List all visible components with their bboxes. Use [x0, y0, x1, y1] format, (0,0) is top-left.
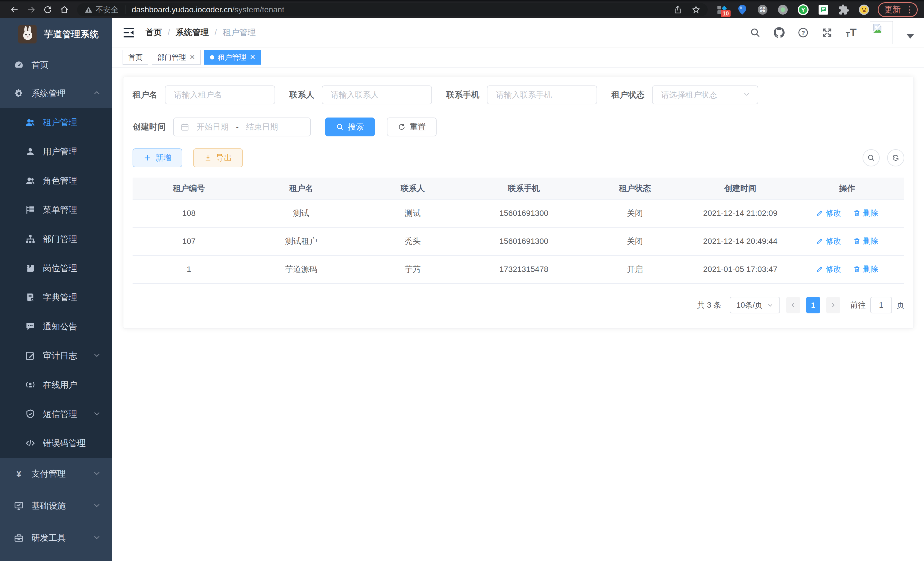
delete-link[interactable]: 删除 [853, 236, 878, 246]
help-icon[interactable]: ? [798, 27, 808, 38]
sidebar-item-error-code[interactable]: 错误码管理 [0, 429, 112, 458]
extension-dot-icon[interactable] [777, 3, 789, 16]
sidebar-item-sms-mgmt[interactable]: 短信管理 [0, 399, 112, 429]
refresh-icon [398, 123, 406, 131]
sidebar-item-payment[interactable]: ¥ 支付管理 [0, 458, 112, 490]
address-bar[interactable]: 不安全 dashboard.yudao.iocoder.cn/system/te… [77, 3, 708, 16]
col-status: 租户状态 [579, 177, 691, 199]
forward-icon[interactable] [23, 3, 39, 16]
export-button[interactable]: 导出 [193, 148, 243, 167]
page-number-1[interactable]: 1 [806, 297, 820, 313]
header-search-icon[interactable] [750, 27, 760, 38]
app-logo-row[interactable]: 芋道管理系统 [0, 18, 112, 51]
cell-tenant-name: 芋道源码 [245, 255, 357, 283]
sidebar-item-system[interactable]: 系统管理 [0, 79, 112, 108]
tag-tenant-mgmt[interactable]: 租户管理✕ [204, 50, 261, 65]
share-icon[interactable] [674, 5, 682, 14]
tag-home[interactable]: 首页 [123, 50, 148, 65]
extension-y-icon[interactable]: Y [797, 3, 809, 16]
next-page-button[interactable] [826, 297, 840, 313]
tag-dept-mgmt[interactable]: 部门管理✕ [152, 50, 201, 65]
url-text[interactable]: dashboard.yudao.iocoder.cn/system/tenant [132, 5, 284, 14]
sidebar-item-menu-mgmt[interactable]: 菜单管理 [0, 195, 112, 224]
create-time-range-picker[interactable]: 开始日期 - 结束日期 [173, 117, 311, 136]
goto-page-input[interactable] [870, 297, 892, 313]
cell-tenant-id: 108 [133, 199, 245, 227]
page-size-select[interactable]: 10条/页 [730, 297, 780, 313]
search-icon [336, 123, 344, 131]
sidebar-item-home[interactable]: 首页 [0, 51, 112, 79]
sidebar-item-infrastructure[interactable]: 基础设施 [0, 490, 112, 522]
hamburger-icon[interactable] [123, 27, 135, 38]
bookmark-star-icon[interactable] [692, 5, 700, 14]
fullscreen-icon[interactable] [822, 27, 832, 38]
table-toolbar: 新增 导出 [133, 148, 904, 167]
extension-balloon-icon[interactable] [736, 3, 748, 16]
tenant-name-input[interactable] [165, 86, 275, 104]
app-logo [18, 25, 37, 44]
extension-command-icon[interactable]: ⌘ [756, 3, 769, 16]
extensions-strip: 10 ⌘ Y [716, 3, 870, 16]
breadcrumb-home[interactable]: 首页 [146, 27, 162, 38]
avatar-caret-icon[interactable] [906, 34, 914, 39]
prev-page-button[interactable] [786, 297, 800, 313]
sidebar-item-notice[interactable]: 通知公告 [0, 312, 112, 341]
yen-icon: ¥ [13, 468, 25, 480]
edit-link[interactable]: 修改 [816, 236, 841, 246]
close-icon[interactable]: ✕ [189, 53, 195, 61]
sidebar-item-tenant-mgmt[interactable]: 租户管理 [0, 108, 112, 137]
security-warning[interactable]: 不安全 [85, 5, 118, 15]
mobile-input[interactable] [487, 86, 597, 104]
main-content: 租户名 联系人 联系手机 租户状态 [112, 68, 924, 561]
calendar-icon [181, 123, 189, 131]
svg-text:Y: Y [801, 6, 806, 14]
chevron-right-icon [830, 302, 836, 308]
delete-link[interactable]: 删除 [853, 208, 878, 218]
refresh-table-button[interactable] [887, 149, 904, 166]
sidebar-item-dict-mgmt[interactable]: 字典管理 [0, 283, 112, 312]
mobile-label: 联系手机 [446, 89, 479, 101]
search-button[interactable]: 搜索 [325, 117, 375, 136]
edit-link[interactable]: 修改 [816, 208, 841, 218]
audit-log-icon [25, 350, 36, 361]
status-label: 租户状态 [611, 89, 645, 101]
app-title: 芋道管理系统 [44, 28, 99, 40]
browser-update-button[interactable]: 更新 ⋮ [878, 2, 918, 17]
add-button[interactable]: 新增 [133, 148, 182, 167]
github-icon[interactable] [774, 27, 784, 38]
sidebar: 芋道管理系统 首页 系统管理 租户管理 用户管理 角色管理 [0, 18, 112, 561]
reload-icon[interactable] [39, 3, 56, 16]
kebab-menu-icon[interactable]: ⋮ [905, 7, 914, 12]
edit-link[interactable]: 修改 [816, 264, 841, 274]
reset-button[interactable]: 重置 [387, 117, 436, 136]
back-icon[interactable] [6, 3, 23, 16]
puzzle-extensions-icon[interactable] [837, 3, 850, 16]
status-select[interactable]: 请选择租户状态 [652, 86, 758, 104]
sidebar-item-audit-log[interactable]: 审计日志 [0, 341, 112, 370]
breadcrumb-system[interactable]: 系统管理 [176, 27, 209, 38]
sidebar-item-dept-mgmt[interactable]: 部门管理 [0, 224, 112, 254]
post-badge-icon [25, 262, 36, 274]
notice-bubble-icon [25, 321, 36, 332]
delete-link[interactable]: 删除 [853, 264, 878, 274]
chevron-down-icon [767, 302, 773, 308]
sidebar-item-role-mgmt[interactable]: 角色管理 [0, 166, 112, 195]
font-size-icon[interactable]: TT [846, 27, 856, 38]
col-created: 创建时间 [691, 177, 790, 199]
sidebar-item-online-users[interactable]: 在线用户 [0, 370, 112, 399]
tenant-name-label: 租户名 [133, 89, 158, 101]
contact-input[interactable] [322, 86, 432, 104]
sidebar-item-user-mgmt[interactable]: 用户管理 [0, 137, 112, 166]
sidebar-item-dev-tools[interactable]: 研发工具 [0, 522, 112, 554]
extension-chat-icon[interactable] [817, 3, 830, 16]
show-search-toggle-button[interactable] [862, 149, 880, 166]
user-avatar[interactable] [870, 21, 893, 44]
sidebar-item-post-mgmt[interactable]: 岗位管理 [0, 254, 112, 283]
filter-row-2: 创建时间 开始日期 - 结束日期 搜索 [133, 117, 904, 136]
chevron-down-icon [743, 90, 750, 100]
home-icon[interactable] [56, 3, 73, 16]
close-icon[interactable]: ✕ [250, 53, 255, 61]
tenant-page-card: 租户名 联系人 联系手机 租户状态 [123, 77, 914, 329]
extension-blocks-icon[interactable]: 10 [716, 3, 728, 16]
profile-avatar-icon[interactable] [858, 3, 870, 16]
